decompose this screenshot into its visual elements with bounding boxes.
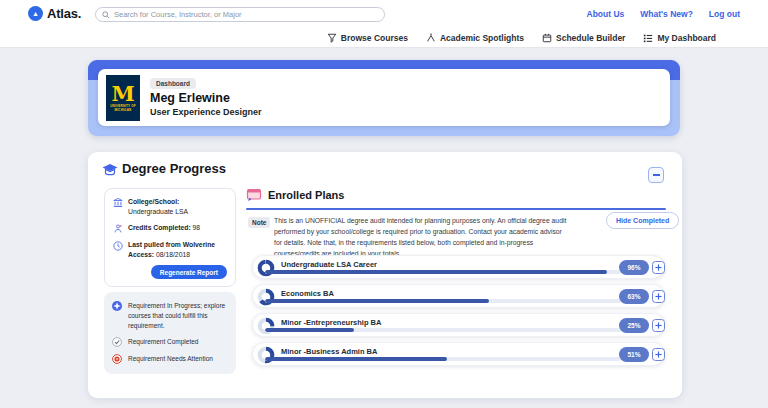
plus-icon <box>655 293 662 300</box>
plan-expand-button[interactable] <box>652 261 665 274</box>
plan-progress-bar <box>265 328 621 332</box>
note-badge: Note <box>248 217 270 228</box>
hide-completed-button[interactable]: Hide Completed <box>606 212 679 229</box>
search-icon <box>102 11 110 19</box>
legend-in-progress-text: Requirement In Progress; explore courses… <box>128 301 228 330</box>
plus-icon <box>655 351 662 358</box>
logout-link[interactable]: Log out <box>709 9 740 19</box>
graduation-cap-icon <box>102 163 118 177</box>
profile-banner: M UNIVERSITY OF MICHIGAN Dashboard Meg E… <box>88 60 680 136</box>
plan-row: Economics BA 63% <box>252 284 665 308</box>
search-input[interactable] <box>114 10 378 19</box>
last-pulled-row: Last pulled from Wolverine Access: 08/18… <box>113 240 227 260</box>
plan-row: Undergraduate LSA Career 96% <box>252 255 665 279</box>
credits-row: Credits Completed: 98 <box>113 223 227 234</box>
top-links: About Us What's New? Log out <box>587 0 741 28</box>
in-progress-icon <box>112 301 122 311</box>
legend-attention: Requirement Needs Attention <box>112 354 228 364</box>
enrolled-plans-title: Enrolled Plans <box>268 189 344 201</box>
page: ▲ Atlas. About Us What's New? Log out Br… <box>0 0 768 408</box>
regenerate-report-button[interactable]: Regenerate Report <box>151 265 227 279</box>
plan-progress-bar <box>265 299 621 303</box>
legend-completed: Requirement Completed <box>112 337 228 347</box>
clock-icon <box>113 241 123 251</box>
dashboard-icon <box>643 33 653 43</box>
plan-progress-ring <box>257 317 275 335</box>
nav-label: Browse Courses <box>341 33 408 43</box>
profile-card: M UNIVERSITY OF MICHIGAN Dashboard Meg E… <box>98 69 670 126</box>
top-navbar: ▲ Atlas. About Us What's New? Log out Br… <box>0 0 768 48</box>
enrolled-plans-divider <box>246 208 666 210</box>
degree-progress-card: Degree Progress College/School: Undergra… <box>88 152 682 398</box>
nav-my-dashboard[interactable]: My Dashboard <box>643 33 716 43</box>
plan-progress-bar <box>265 270 621 274</box>
atlas-logo[interactable]: ▲ Atlas. <box>28 6 81 21</box>
atlas-brand-text: Atlas. <box>47 6 81 21</box>
nav-label: My Dashboard <box>657 33 716 43</box>
plus-icon <box>655 264 662 271</box>
michigan-logo-text: UNIVERSITY OF MICHIGAN <box>106 105 140 113</box>
plan-name[interactable]: Undergraduate LSA Career <box>281 260 377 269</box>
plan-percent-badge: 96% <box>619 260 649 275</box>
minus-icon <box>653 174 660 176</box>
credits-value: 98 <box>193 224 201 231</box>
whats-new-link[interactable]: What's New? <box>640 9 693 19</box>
plan-percent-badge: 63% <box>619 289 649 304</box>
plan-name[interactable]: Economics BA <box>281 289 334 298</box>
completed-icon <box>112 337 122 347</box>
funnel-icon <box>327 33 337 43</box>
plan-progress-ring <box>257 288 275 306</box>
plus-icon <box>655 322 662 329</box>
calendar-icon <box>542 33 552 43</box>
michigan-m: M <box>111 83 134 104</box>
credits-icon <box>113 224 123 234</box>
plan-expand-button[interactable] <box>652 348 665 361</box>
nav-label: Academic Spotlights <box>440 33 524 43</box>
profile-role: User Experience Designer <box>150 107 262 117</box>
student-info-panel: College/School: Undergraduate LSA Credit… <box>104 188 236 287</box>
college-value: Undergraduate LSA <box>128 207 188 217</box>
plan-expand-button[interactable] <box>652 319 665 332</box>
plan-progress-ring <box>257 259 275 277</box>
credits-label: Credits Completed: <box>128 224 191 231</box>
plan-name[interactable]: Minor -Business Admin BA <box>281 347 377 356</box>
legend-panel: Requirement In Progress; explore courses… <box>104 292 236 374</box>
college-row: College/School: Undergraduate LSA <box>113 197 227 217</box>
plan-progress-ring <box>257 346 275 364</box>
note-text: This is an UNOFFICIAL degree audit inten… <box>274 216 568 260</box>
about-us-link[interactable]: About Us <box>587 9 625 19</box>
attention-icon <box>112 354 122 364</box>
degree-progress-title: Degree Progress <box>122 161 226 176</box>
college-label: College/School: <box>128 197 188 207</box>
profile-name: Meg Erlewine <box>150 91 262 105</box>
college-building-icon <box>113 198 123 208</box>
dashboard-badge: Dashboard <box>150 78 196 89</box>
legend-attention-text: Requirement Needs Attention <box>128 354 213 364</box>
plan-percent-badge: 25% <box>619 318 649 333</box>
enrolled-plans-icon <box>246 188 262 202</box>
profile-info: Dashboard Meg Erlewine User Experience D… <box>150 78 262 117</box>
legend-completed-text: Requirement Completed <box>128 337 198 347</box>
legend-in-progress: Requirement In Progress; explore courses… <box>112 301 228 330</box>
collapse-section-button[interactable] <box>648 167 664 183</box>
nav-schedule-builder[interactable]: Schedule Builder <box>542 33 625 43</box>
nav-label: Schedule Builder <box>556 33 625 43</box>
search-bar[interactable] <box>95 7 385 22</box>
nav-academic-spotlights[interactable]: Academic Spotlights <box>426 33 524 43</box>
secondary-nav: Browse Courses Academic Spotlights Sched… <box>327 28 716 48</box>
plan-percent-badge: 51% <box>619 347 649 362</box>
plan-row: Minor -Business Admin BA 51% <box>252 342 665 366</box>
plan-name[interactable]: Minor -Entrepreneurship BA <box>281 318 381 327</box>
university-of-michigan-logo: M UNIVERSITY OF MICHIGAN <box>106 75 140 121</box>
spotlight-icon <box>426 33 436 43</box>
plan-progress-bar <box>265 357 621 361</box>
plan-expand-button[interactable] <box>652 290 665 303</box>
atlas-logo-icon: ▲ <box>28 6 43 21</box>
nav-browse-courses[interactable]: Browse Courses <box>327 33 408 43</box>
last-pulled-value: 08/18/2018 <box>156 251 190 258</box>
plan-row: Minor -Entrepreneurship BA 25% <box>252 313 665 337</box>
